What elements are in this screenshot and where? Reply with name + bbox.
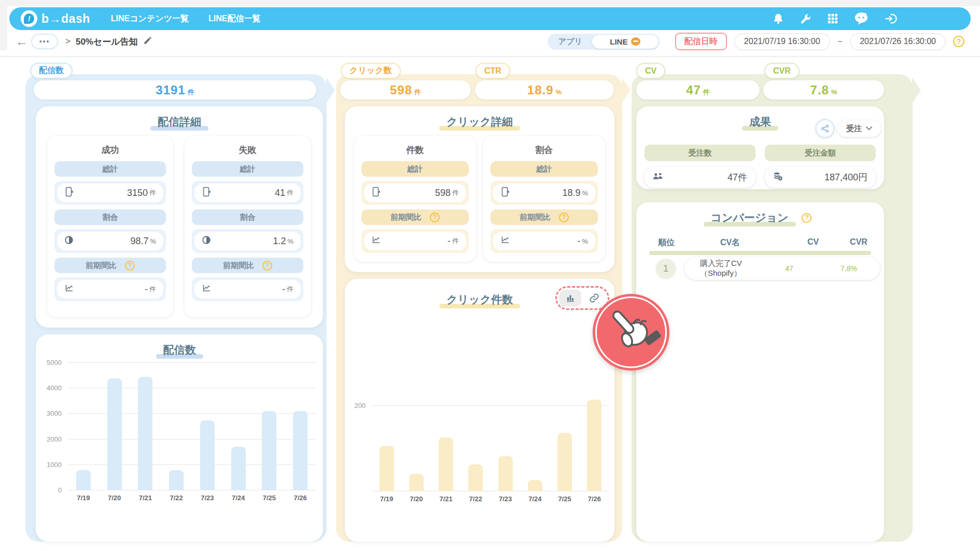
click-count-value: 598 件 [340, 80, 471, 100]
success-total-unit: 件 [149, 188, 156, 197]
x-axis-tick-label: 7/24 [525, 495, 545, 503]
bar [169, 470, 184, 490]
amount-value: 187,400円 [783, 171, 867, 183]
edit-title-pencil-icon[interactable] [143, 36, 152, 47]
more-options-button[interactable]: ••• [31, 34, 58, 49]
result-title: 成果 [636, 115, 884, 129]
cv-name-cell: 購入完了CV（Shopify） [700, 259, 761, 278]
ctr-number: 18.9 [527, 83, 554, 97]
bar [138, 377, 152, 490]
success-total-value: 3150 [73, 188, 148, 199]
pointing-hand-icon [600, 300, 662, 362]
click-count-column: 件数 総計 598 件 前期間比 ? - 件 [354, 136, 476, 262]
click-chart-card: クリック件数 200 7/197/207/217/227/237/247/257… [345, 279, 614, 542]
failure-title: 失敗 [192, 144, 303, 156]
page: ! b→dash LINEコンテンツ一覧 LINE配信一覧 ← ••• > 50… [0, 0, 980, 551]
result-card: 成果 受注 受注数 47件 受注金額 ¥ 187,400円 [636, 106, 884, 189]
line-bubble-icon [631, 37, 640, 46]
toggle-line-label: LINE [610, 37, 627, 46]
phone-icon [64, 187, 73, 199]
assistant-mascot-icon[interactable] [854, 12, 869, 25]
apps-grid-icon[interactable] [827, 13, 838, 24]
click-chart-xaxis: 7/197/207/217/227/237/247/257/26 [372, 495, 609, 503]
date-type-badge[interactable]: 配信日時 [675, 33, 727, 50]
speech-bubble-icon: ! [24, 13, 34, 24]
trend-chart-icon [500, 235, 510, 247]
x-axis-tick-label: 7/19 [376, 495, 397, 503]
rate-prev-value: - [510, 236, 580, 247]
y-axis-tick-label: 5000 [47, 359, 62, 366]
window-edge-top [0, 0, 980, 6]
delivery-success-column: 成功 総計 3150 件 割合 98.7 % 前期間比 ? [47, 136, 173, 317]
cvr-cell: 7.8% [818, 264, 880, 273]
failure-rate-label: 割合 [192, 209, 303, 225]
prev-period-help-icon[interactable]: ? [430, 213, 440, 222]
conversion-title: コンバージョン ? [636, 210, 884, 225]
delivery-chart-xaxis: 7/197/207/217/227/237/247/257/26 [68, 494, 316, 502]
rate-title: 割合 [491, 144, 598, 156]
date-from-field[interactable]: 2021/07/19 16:30:00 [734, 33, 830, 50]
success-prev-unit: 件 [149, 285, 156, 294]
cvr-value: 7.8 % [763, 80, 884, 100]
failure-prev-row: - 件 [192, 277, 303, 301]
bdash-logo-icon: ! [21, 10, 37, 27]
rank-badge: 1 [656, 259, 676, 278]
failure-total-row: 41 件 [192, 181, 303, 205]
cvr-badge: CVR [764, 63, 800, 79]
count-total-label: 総計 [361, 161, 469, 177]
bar [468, 464, 483, 491]
conversion-table-header: 順位 CV名 CV CVR [636, 237, 884, 248]
navbar-icons [773, 12, 897, 25]
toggle-app[interactable]: アプリ [549, 37, 592, 47]
success-prev-label: 前期間比 ? [54, 258, 166, 273]
phone-icon [202, 187, 211, 199]
coins-icon: ¥ [773, 172, 783, 183]
toggle-line[interactable]: LINE [592, 35, 659, 49]
x-axis-tick-label: 7/26 [290, 494, 311, 502]
prev-period-help-icon[interactable]: ? [125, 261, 135, 271]
phone-icon [500, 187, 509, 199]
ctr-unit: % [556, 88, 562, 96]
x-axis-tick-label: 7/23 [197, 494, 218, 502]
bar [293, 411, 307, 490]
bdash-logo[interactable]: ! b→dash [21, 10, 90, 27]
bar [557, 433, 572, 491]
rate-total-unit: % [582, 189, 588, 197]
wrench-icon[interactable] [800, 13, 811, 25]
x-axis-tick-label: 7/20 [104, 494, 125, 502]
top-navbar: ! b→dash LINEコンテンツ一覧 LINE配信一覧 [9, 7, 971, 30]
delivery-detail-title: 配信詳細 [36, 115, 323, 129]
nav-item-line-delivery[interactable]: LINE配信一覧 [208, 13, 260, 24]
result-columns: 受注数 47件 受注金額 ¥ 187,400円 [636, 142, 884, 188]
nav-item-line-contents[interactable]: LINEコンテンツ一覧 [111, 13, 189, 24]
success-rate-value: 98.7 [74, 236, 148, 247]
rate-total-row: 18.9 % [491, 181, 598, 205]
bar [498, 456, 513, 491]
toolbar-right-group: アプリ LINE 配信日時 2021/07/19 16:30:00 ~ 2021… [548, 33, 964, 50]
bell-icon[interactable] [773, 12, 784, 25]
rate-total-value: 18.9 [509, 188, 580, 199]
bar-chart-view-button[interactable] [559, 290, 581, 306]
click-rate-column: 割合 総計 18.9 % 前期間比 ? - % [483, 136, 605, 262]
cv-badge: CV [636, 63, 665, 79]
conversion-help-icon[interactable]: ? [802, 213, 811, 223]
prev-period-help-icon[interactable]: ? [559, 213, 569, 222]
cv-unit: 件 [703, 88, 710, 97]
back-button[interactable]: ← [16, 34, 31, 49]
nav-menu: LINEコンテンツ一覧 LINE配信一覧 [111, 13, 261, 24]
delivery-chart-card: 配信数 010002000300040005000 7/197/207/217/… [36, 334, 323, 542]
prev-period-help-icon[interactable]: ? [262, 261, 272, 271]
bar [380, 446, 394, 491]
y-axis-tick-label: 200 [354, 402, 366, 409]
bar-group [68, 363, 316, 490]
conversion-row-pill[interactable]: 購入完了CV（Shopify） 47 7.8% [684, 257, 880, 280]
date-to-field[interactable]: 2021/07/26 16:30:00 [850, 33, 946, 50]
date-help-icon[interactable]: ? [953, 36, 964, 47]
tutorial-hand-cursor [593, 294, 669, 371]
toolbar-divider [0, 56, 980, 57]
click-bar-chart: 200 [372, 385, 609, 491]
failure-total-unit: 件 [287, 188, 293, 197]
signout-icon[interactable] [884, 12, 897, 25]
orders-value-row: 47件 [645, 167, 755, 188]
x-axis-tick-label: 7/23 [495, 495, 516, 503]
